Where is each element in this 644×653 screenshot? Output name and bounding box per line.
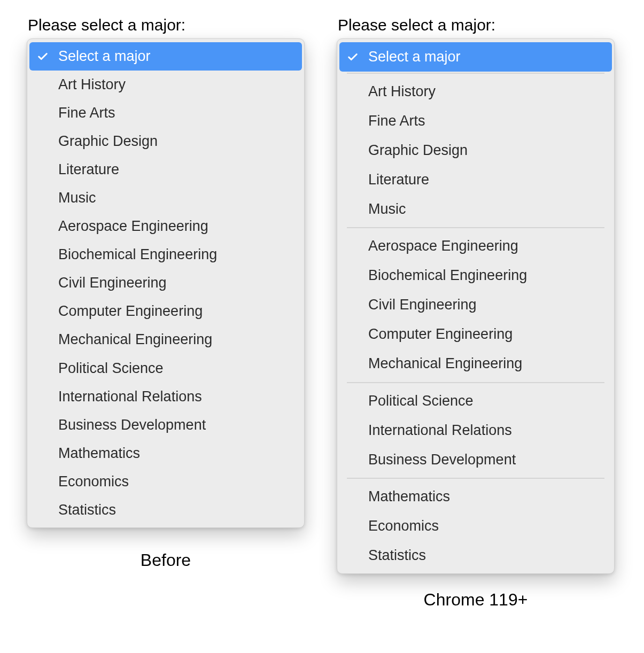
option-label: International Relations bbox=[58, 388, 202, 405]
option-label: Political Science bbox=[368, 393, 474, 409]
check-icon bbox=[347, 51, 359, 63]
option-label: Computer Engineering bbox=[368, 326, 513, 342]
select-label-before: Please select a major: bbox=[28, 16, 305, 34]
option-label: Biochemical Engineering bbox=[58, 246, 217, 262]
group-separator bbox=[347, 382, 604, 383]
group-separator bbox=[347, 478, 604, 479]
option-item[interactable]: Literature bbox=[27, 156, 304, 184]
option-label: Fine Arts bbox=[58, 105, 115, 121]
option-label: Political Science bbox=[58, 360, 164, 376]
select-label-after: Please select a major: bbox=[338, 16, 615, 34]
option-selected[interactable]: Select a major bbox=[29, 42, 302, 71]
option-item[interactable]: Literature bbox=[337, 165, 614, 195]
option-item[interactable]: Aerospace Engineering bbox=[337, 231, 614, 261]
option-label: Statistics bbox=[368, 547, 426, 563]
before-column: Please select a major: Select a major Ar… bbox=[27, 16, 305, 570]
option-label: Civil Engineering bbox=[58, 275, 167, 291]
select-menu-after[interactable]: Select a major Art HistoryFine ArtsGraph… bbox=[337, 38, 615, 574]
group-separator bbox=[347, 227, 604, 228]
option-label: Music bbox=[368, 201, 406, 217]
option-item[interactable]: Fine Arts bbox=[337, 106, 614, 136]
after-column: Please select a major: Select a major Ar… bbox=[337, 16, 615, 610]
option-label: International Relations bbox=[368, 422, 512, 438]
group-separator bbox=[347, 73, 604, 74]
option-item[interactable]: Computer Engineering bbox=[27, 297, 304, 325]
option-item[interactable]: Economics bbox=[337, 511, 614, 541]
option-label: Art History bbox=[368, 83, 436, 99]
option-item[interactable]: Mathematics bbox=[337, 482, 614, 511]
option-label: Mathematics bbox=[58, 445, 140, 461]
option-item[interactable]: International Relations bbox=[337, 416, 614, 445]
option-item[interactable]: Art History bbox=[27, 71, 304, 99]
option-label: Economics bbox=[58, 473, 129, 489]
option-label: Mechanical Engineering bbox=[58, 331, 212, 347]
option-item[interactable]: Business Development bbox=[27, 411, 304, 439]
option-item[interactable]: Graphic Design bbox=[27, 127, 304, 156]
option-label: Business Development bbox=[368, 452, 516, 468]
caption-before: Before bbox=[27, 550, 305, 570]
option-label: Biochemical Engineering bbox=[368, 267, 527, 283]
option-item[interactable]: Statistics bbox=[27, 496, 304, 524]
option-label: Mechanical Engineering bbox=[368, 355, 522, 371]
option-item[interactable]: Civil Engineering bbox=[337, 290, 614, 320]
option-item[interactable]: Computer Engineering bbox=[337, 320, 614, 349]
option-label: Graphic Design bbox=[368, 142, 468, 158]
option-label: Select a major bbox=[58, 48, 151, 64]
option-label: Literature bbox=[58, 161, 119, 177]
option-item[interactable]: Mathematics bbox=[27, 439, 304, 468]
option-item[interactable]: Music bbox=[337, 195, 614, 224]
option-label: Aerospace Engineering bbox=[368, 238, 518, 254]
option-item[interactable]: Music bbox=[27, 184, 304, 212]
option-item[interactable]: Political Science bbox=[337, 386, 614, 416]
option-label: Aerospace Engineering bbox=[58, 218, 208, 234]
option-item[interactable]: Mechanical Engineering bbox=[337, 349, 614, 378]
option-item[interactable]: Graphic Design bbox=[337, 136, 614, 165]
option-label: Literature bbox=[368, 172, 429, 188]
option-item[interactable]: Biochemical Engineering bbox=[27, 240, 304, 269]
option-item[interactable]: Art History bbox=[337, 77, 614, 106]
option-label: Music bbox=[58, 190, 96, 206]
option-selected[interactable]: Select a major bbox=[339, 42, 612, 72]
caption-after: Chrome 119+ bbox=[337, 590, 615, 610]
option-label: Economics bbox=[368, 518, 439, 534]
option-item[interactable]: International Relations bbox=[27, 383, 304, 411]
option-item[interactable]: Aerospace Engineering bbox=[27, 212, 304, 240]
option-label: Mathematics bbox=[368, 488, 450, 504]
option-item[interactable]: Statistics bbox=[337, 541, 614, 570]
option-item[interactable]: Economics bbox=[27, 468, 304, 496]
option-item[interactable]: Fine Arts bbox=[27, 99, 304, 127]
option-label: Graphic Design bbox=[58, 133, 158, 149]
check-icon bbox=[37, 51, 49, 63]
option-label: Fine Arts bbox=[368, 113, 425, 129]
option-item[interactable]: Business Development bbox=[337, 445, 614, 475]
option-item[interactable]: Political Science bbox=[27, 354, 304, 383]
option-label: Statistics bbox=[58, 502, 116, 518]
option-label: Civil Engineering bbox=[368, 297, 477, 313]
option-item[interactable]: Civil Engineering bbox=[27, 269, 304, 297]
option-item[interactable]: Biochemical Engineering bbox=[337, 261, 614, 290]
option-label: Select a major bbox=[368, 49, 461, 65]
option-label: Business Development bbox=[58, 417, 206, 433]
select-menu-before[interactable]: Select a major Art HistoryFine ArtsGraph… bbox=[27, 38, 305, 528]
option-label: Art History bbox=[58, 76, 126, 92]
option-item[interactable]: Mechanical Engineering bbox=[27, 325, 304, 354]
option-label: Computer Engineering bbox=[58, 303, 203, 319]
